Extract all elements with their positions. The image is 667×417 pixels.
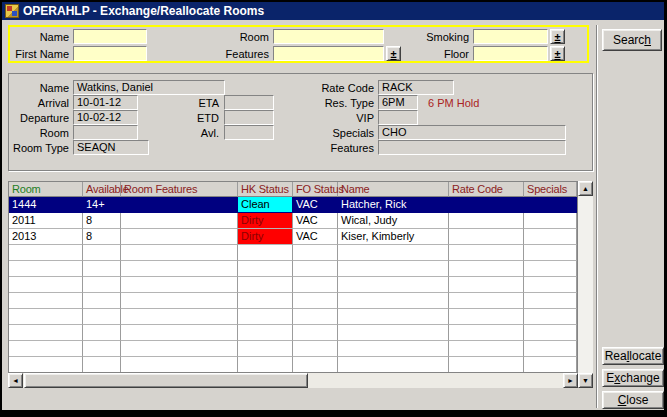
table-cell[interactable] (121, 293, 238, 309)
table-cell[interactable] (524, 213, 577, 229)
horizontal-scrollbar-thumb[interactable] (24, 373, 308, 388)
exchange-button[interactable]: Exchange (602, 369, 664, 387)
table-row[interactable] (9, 293, 577, 309)
table-cell[interactable]: 8 (83, 229, 121, 245)
name-input[interactable] (73, 29, 147, 44)
scroll-down-button[interactable]: ▼ (578, 373, 593, 388)
table-cell[interactable] (238, 325, 293, 341)
table-cell[interactable] (338, 341, 449, 357)
table-cell[interactable] (238, 293, 293, 309)
table-cell[interactable] (449, 325, 524, 341)
table-cell[interactable] (524, 325, 577, 341)
table-cell[interactable] (83, 293, 121, 309)
table-cell[interactable]: Wical, Judy (338, 213, 449, 229)
table-cell[interactable] (293, 277, 338, 293)
table-cell[interactable]: 14+ (83, 197, 121, 213)
table-cell[interactable] (238, 277, 293, 293)
table-cell[interactable] (524, 293, 577, 309)
table-cell[interactable] (9, 309, 83, 325)
room-input[interactable] (273, 29, 384, 44)
table-cell[interactable] (121, 197, 238, 213)
table-cell[interactable]: Dirty (238, 229, 293, 245)
table-cell[interactable] (524, 261, 577, 277)
table-cell[interactable] (449, 341, 524, 357)
table-cell[interactable] (449, 277, 524, 293)
table-cell[interactable] (449, 261, 524, 277)
table-cell[interactable] (121, 341, 238, 357)
table-cell[interactable] (524, 357, 577, 373)
table-cell[interactable] (449, 213, 524, 229)
first-name-input[interactable] (73, 46, 147, 61)
table-cell[interactable] (238, 357, 293, 373)
table-cell[interactable] (9, 245, 83, 261)
search-button[interactable]: Search (602, 29, 662, 51)
table-cell[interactable]: 8 (83, 213, 121, 229)
table-cell[interactable] (238, 261, 293, 277)
table-cell[interactable] (121, 229, 238, 245)
table-cell[interactable] (338, 309, 449, 325)
table-cell[interactable] (524, 197, 577, 213)
titlebar[interactable]: OPERAHLP - Exchange/Reallocate Rooms (2, 2, 664, 20)
smoking-input[interactable] (473, 29, 548, 44)
scroll-up-button[interactable]: ▲ (578, 181, 593, 196)
table-row[interactable] (9, 245, 577, 261)
table-row[interactable] (9, 277, 577, 293)
table-cell[interactable] (121, 309, 238, 325)
table-cell[interactable]: Kiser, Kimberly (338, 229, 449, 245)
table-row[interactable] (9, 309, 577, 325)
table-cell[interactable] (83, 245, 121, 261)
table-cell[interactable]: 1444 (9, 197, 83, 213)
table-row[interactable]: 20118DirtyVACWical, Judy (9, 213, 577, 229)
table-cell[interactable] (449, 229, 524, 245)
floor-lov-button[interactable]: ± (550, 46, 565, 61)
table-cell[interactable] (238, 309, 293, 325)
table-cell[interactable] (524, 309, 577, 325)
table-cell[interactable] (121, 261, 238, 277)
table-cell[interactable] (121, 213, 238, 229)
table-cell[interactable] (449, 293, 524, 309)
table-row[interactable] (9, 357, 577, 373)
table-cell[interactable] (449, 245, 524, 261)
table-cell[interactable] (9, 293, 83, 309)
table-cell[interactable] (121, 357, 238, 373)
table-cell[interactable] (9, 261, 83, 277)
table-cell[interactable] (121, 325, 238, 341)
table-cell[interactable] (449, 309, 524, 325)
reallocate-button[interactable]: Reallocate (602, 347, 664, 365)
table-cell[interactable] (238, 245, 293, 261)
table-cell[interactable] (293, 261, 338, 277)
table-cell[interactable] (293, 341, 338, 357)
table-cell[interactable] (9, 341, 83, 357)
table-cell[interactable] (338, 261, 449, 277)
table-cell[interactable]: VAC (293, 213, 338, 229)
table-cell[interactable] (83, 357, 121, 373)
table-cell[interactable] (293, 325, 338, 341)
smoking-lov-button[interactable]: ± (550, 29, 565, 44)
table-cell[interactable] (293, 293, 338, 309)
table-cell[interactable] (9, 325, 83, 341)
table-cell[interactable]: VAC (293, 197, 338, 213)
table-cell[interactable]: 2011 (9, 213, 83, 229)
table-cell[interactable] (293, 309, 338, 325)
table-cell[interactable] (449, 197, 524, 213)
table-cell[interactable] (83, 261, 121, 277)
table-cell[interactable] (121, 245, 238, 261)
table-cell[interactable] (338, 293, 449, 309)
table-cell[interactable] (338, 245, 449, 261)
table-cell[interactable] (9, 357, 83, 373)
table-row[interactable] (9, 261, 577, 277)
table-cell[interactable]: Dirty (238, 213, 293, 229)
table-cell[interactable] (238, 341, 293, 357)
table-cell[interactable]: Hatcher, Rick (338, 197, 449, 213)
table-cell[interactable] (338, 325, 449, 341)
table-cell[interactable] (524, 229, 577, 245)
table-cell[interactable] (524, 341, 577, 357)
table-cell[interactable] (524, 277, 577, 293)
table-cell[interactable] (338, 277, 449, 293)
table-cell[interactable] (338, 357, 449, 373)
scroll-left-button[interactable]: ◄ (8, 373, 23, 388)
table-cell[interactable] (83, 341, 121, 357)
table-cell[interactable] (449, 357, 524, 373)
features-input[interactable] (273, 46, 384, 61)
table-cell[interactable] (9, 277, 83, 293)
